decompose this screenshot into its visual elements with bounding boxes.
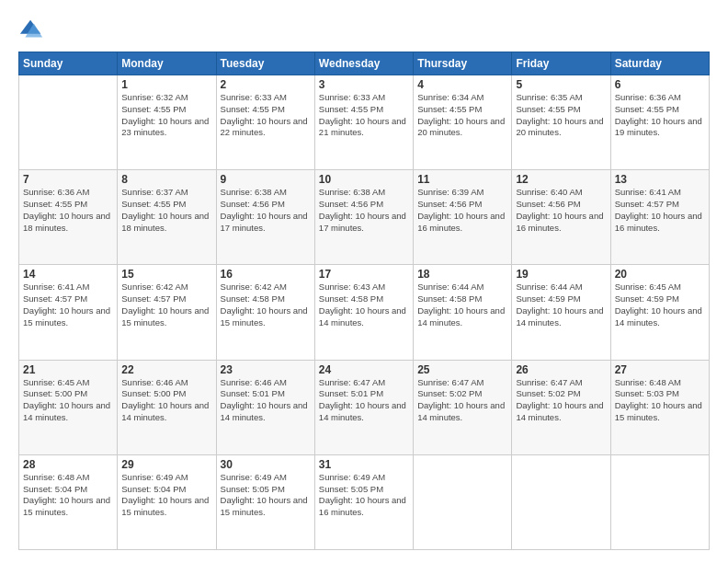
- calendar-cell: 8 Sunrise: 6:37 AMSunset: 4:55 PMDayligh…: [118, 170, 216, 265]
- logo: [18, 17, 48, 42]
- day-info: Sunrise: 6:45 AMSunset: 4:59 PMDaylight:…: [615, 282, 702, 327]
- calendar-cell: 9 Sunrise: 6:38 AMSunset: 4:56 PMDayligh…: [216, 170, 314, 265]
- day-number: 29: [121, 458, 211, 471]
- day-number: 7: [23, 173, 113, 186]
- calendar-cell: 30 Sunrise: 6:49 AMSunset: 5:05 PMDaylig…: [216, 454, 314, 549]
- calendar-cell: 20 Sunrise: 6:45 AMSunset: 4:59 PMDaylig…: [610, 265, 709, 360]
- calendar-cell: 25 Sunrise: 6:47 AMSunset: 5:02 PMDaylig…: [414, 360, 512, 454]
- day-number: 11: [417, 173, 507, 186]
- weekday-header-friday: Friday: [512, 52, 610, 75]
- calendar-cell: 23 Sunrise: 6:46 AMSunset: 5:01 PMDaylig…: [216, 360, 314, 454]
- calendar-cell: [512, 454, 610, 549]
- day-info: Sunrise: 6:37 AMSunset: 4:55 PMDaylight:…: [121, 187, 209, 232]
- day-info: Sunrise: 6:49 AMSunset: 5:04 PMDaylight:…: [121, 472, 209, 517]
- day-info: Sunrise: 6:49 AMSunset: 5:05 PMDaylight:…: [221, 472, 308, 517]
- calendar-cell: 5 Sunrise: 6:35 AMSunset: 4:55 PMDayligh…: [512, 75, 610, 170]
- day-number: 6: [615, 78, 705, 91]
- day-number: 20: [615, 268, 705, 281]
- calendar-cell: 27 Sunrise: 6:48 AMSunset: 5:03 PMDaylig…: [610, 360, 709, 454]
- calendar-cell: 29 Sunrise: 6:49 AMSunset: 5:04 PMDaylig…: [118, 454, 216, 549]
- calendar-header: SundayMondayTuesdayWednesdayThursdayFrid…: [19, 52, 710, 75]
- day-info: Sunrise: 6:34 AMSunset: 4:55 PMDaylight:…: [417, 92, 505, 137]
- calendar-cell: 2 Sunrise: 6:33 AMSunset: 4:55 PMDayligh…: [216, 75, 314, 170]
- calendar-week-1: 1 Sunrise: 6:32 AMSunset: 4:55 PMDayligh…: [19, 75, 710, 170]
- calendar-cell: 21 Sunrise: 6:45 AMSunset: 5:00 PMDaylig…: [19, 360, 118, 454]
- calendar-cell: 17 Sunrise: 6:43 AMSunset: 4:58 PMDaylig…: [314, 265, 413, 360]
- day-info: Sunrise: 6:47 AMSunset: 5:01 PMDaylight:…: [319, 377, 406, 422]
- calendar-cell: 12 Sunrise: 6:40 AMSunset: 4:56 PMDaylig…: [512, 170, 610, 265]
- day-number: 16: [221, 268, 311, 281]
- calendar-cell: [414, 454, 512, 549]
- day-info: Sunrise: 6:41 AMSunset: 4:57 PMDaylight:…: [23, 282, 110, 327]
- day-number: 1: [121, 78, 211, 91]
- weekday-header-saturday: Saturday: [610, 52, 709, 75]
- weekday-header-monday: Monday: [118, 52, 216, 75]
- day-number: 19: [516, 268, 606, 281]
- day-info: Sunrise: 6:45 AMSunset: 5:00 PMDaylight:…: [23, 377, 110, 422]
- day-number: 25: [417, 363, 507, 376]
- weekday-row: SundayMondayTuesdayWednesdayThursdayFrid…: [19, 52, 710, 75]
- weekday-header-sunday: Sunday: [19, 52, 118, 75]
- day-info: Sunrise: 6:33 AMSunset: 4:55 PMDaylight:…: [221, 92, 308, 137]
- calendar-cell: 3 Sunrise: 6:33 AMSunset: 4:55 PMDayligh…: [314, 75, 413, 170]
- calendar-cell: 4 Sunrise: 6:34 AMSunset: 4:55 PMDayligh…: [414, 75, 512, 170]
- day-info: Sunrise: 6:42 AMSunset: 4:58 PMDaylight:…: [221, 282, 308, 327]
- day-info: Sunrise: 6:49 AMSunset: 5:05 PMDaylight:…: [319, 472, 406, 517]
- weekday-header-tuesday: Tuesday: [216, 52, 314, 75]
- calendar-cell: 13 Sunrise: 6:41 AMSunset: 4:57 PMDaylig…: [610, 170, 709, 265]
- day-info: Sunrise: 6:36 AMSunset: 4:55 PMDaylight:…: [615, 92, 702, 137]
- day-number: 4: [417, 78, 507, 91]
- day-number: 2: [221, 78, 311, 91]
- day-info: Sunrise: 6:32 AMSunset: 4:55 PMDaylight:…: [121, 92, 209, 137]
- calendar-cell: [610, 454, 709, 549]
- calendar-cell: 28 Sunrise: 6:48 AMSunset: 5:04 PMDaylig…: [19, 454, 118, 549]
- day-number: 14: [23, 268, 113, 281]
- day-info: Sunrise: 6:39 AMSunset: 4:56 PMDaylight:…: [417, 187, 505, 232]
- day-number: 28: [23, 458, 113, 471]
- calendar-week-3: 14 Sunrise: 6:41 AMSunset: 4:57 PMDaylig…: [19, 265, 710, 360]
- day-number: 24: [319, 363, 409, 376]
- day-number: 22: [121, 363, 211, 376]
- day-number: 30: [221, 458, 311, 471]
- day-info: Sunrise: 6:47 AMSunset: 5:02 PMDaylight:…: [516, 377, 603, 422]
- calendar-cell: 15 Sunrise: 6:42 AMSunset: 4:57 PMDaylig…: [118, 265, 216, 360]
- calendar-week-4: 21 Sunrise: 6:45 AMSunset: 5:00 PMDaylig…: [19, 360, 710, 454]
- day-number: 15: [121, 268, 211, 281]
- calendar-cell: 22 Sunrise: 6:46 AMSunset: 5:00 PMDaylig…: [118, 360, 216, 454]
- header: [18, 17, 710, 42]
- day-info: Sunrise: 6:47 AMSunset: 5:02 PMDaylight:…: [417, 377, 505, 422]
- calendar-cell: 26 Sunrise: 6:47 AMSunset: 5:02 PMDaylig…: [512, 360, 610, 454]
- day-number: 3: [319, 78, 409, 91]
- day-info: Sunrise: 6:44 AMSunset: 4:59 PMDaylight:…: [516, 282, 603, 327]
- calendar-cell: 1 Sunrise: 6:32 AMSunset: 4:55 PMDayligh…: [118, 75, 216, 170]
- day-info: Sunrise: 6:44 AMSunset: 4:58 PMDaylight:…: [417, 282, 505, 327]
- logo-icon: [18, 17, 44, 42]
- calendar-week-5: 28 Sunrise: 6:48 AMSunset: 5:04 PMDaylig…: [19, 454, 710, 549]
- calendar-cell: 16 Sunrise: 6:42 AMSunset: 4:58 PMDaylig…: [216, 265, 314, 360]
- day-info: Sunrise: 6:42 AMSunset: 4:57 PMDaylight:…: [121, 282, 209, 327]
- calendar-cell: 10 Sunrise: 6:38 AMSunset: 4:56 PMDaylig…: [314, 170, 413, 265]
- day-info: Sunrise: 6:35 AMSunset: 4:55 PMDaylight:…: [516, 92, 603, 137]
- calendar-cell: 18 Sunrise: 6:44 AMSunset: 4:58 PMDaylig…: [414, 265, 512, 360]
- calendar-cell: [19, 75, 118, 170]
- calendar-cell: 19 Sunrise: 6:44 AMSunset: 4:59 PMDaylig…: [512, 265, 610, 360]
- calendar-body: 1 Sunrise: 6:32 AMSunset: 4:55 PMDayligh…: [19, 75, 710, 550]
- day-number: 9: [221, 173, 311, 186]
- day-info: Sunrise: 6:33 AMSunset: 4:55 PMDaylight:…: [319, 92, 406, 137]
- day-number: 5: [516, 78, 606, 91]
- day-info: Sunrise: 6:40 AMSunset: 4:56 PMDaylight:…: [516, 187, 603, 232]
- day-info: Sunrise: 6:38 AMSunset: 4:56 PMDaylight:…: [319, 187, 406, 232]
- day-number: 21: [23, 363, 113, 376]
- day-number: 26: [516, 363, 606, 376]
- day-number: 13: [615, 173, 705, 186]
- weekday-header-thursday: Thursday: [414, 52, 512, 75]
- day-info: Sunrise: 6:46 AMSunset: 5:00 PMDaylight:…: [121, 377, 209, 422]
- calendar-cell: 11 Sunrise: 6:39 AMSunset: 4:56 PMDaylig…: [414, 170, 512, 265]
- day-number: 10: [319, 173, 409, 186]
- weekday-header-wednesday: Wednesday: [314, 52, 413, 75]
- day-number: 23: [221, 363, 311, 376]
- day-number: 27: [615, 363, 705, 376]
- calendar-cell: 7 Sunrise: 6:36 AMSunset: 4:55 PMDayligh…: [19, 170, 118, 265]
- calendar-cell: 14 Sunrise: 6:41 AMSunset: 4:57 PMDaylig…: [19, 265, 118, 360]
- day-info: Sunrise: 6:36 AMSunset: 4:55 PMDaylight:…: [23, 187, 110, 232]
